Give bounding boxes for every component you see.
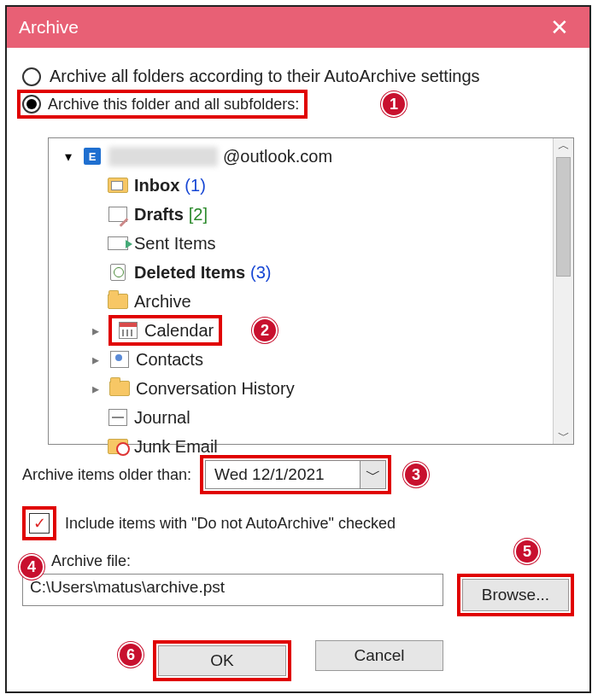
tree-account[interactable]: E xxxxxxxxxxxx@outlook.com [56,142,551,171]
window-title: Archive [19,17,79,38]
radio-archive-all[interactable] [22,67,41,86]
callout-3: 3 [403,462,429,487]
journal-icon [108,409,127,426]
ok-button[interactable]: OK [158,645,286,676]
tree-drafts[interactable]: Drafts [2] [56,200,551,229]
drafts-label: Drafts [134,205,184,225]
chevron-right-icon[interactable] [88,381,103,397]
inbox-icon [108,178,128,193]
contacts-label: Contacts [136,350,203,370]
tree-journal[interactable]: Journal [56,403,551,432]
journal-label: Journal [134,408,191,428]
tree-sent[interactable]: Sent Items [56,229,551,258]
archive-file-label: Archive file: [51,552,131,569]
tree-calendar[interactable]: Calendar 2 [56,316,551,345]
radio-archive-this-label: Archive this folder and all subfolders: [48,96,299,114]
tree-inbox[interactable]: Inbox (1) [56,171,551,200]
include-checkbox[interactable]: ✓ [29,513,50,534]
archive-dialog: Archive ✕ Archive all folders according … [5,5,591,693]
inbox-label: Inbox [134,176,179,195]
calendar-label: Calendar [144,321,214,341]
calendar-icon [119,322,138,339]
tree-contacts[interactable]: Contacts [56,345,551,374]
scroll-thumb[interactable] [556,157,571,277]
folder-icon [109,381,130,396]
inbox-count: (1) [185,176,205,195]
older-than-date[interactable]: Wed 12/1/2021 ﹀ [205,460,386,489]
conv-label: Conversation History [136,379,295,399]
callout-1: 1 [381,91,407,117]
cancel-button[interactable]: Cancel [315,640,443,671]
junk-label: Junk Email [134,437,218,457]
exchange-icon: E [84,148,101,165]
account-name-redacted: xxxxxxxxxxxx [108,147,218,166]
radio-archive-this[interactable] [22,95,41,114]
folder-icon [108,294,128,309]
tree-archive[interactable]: Archive [56,287,551,316]
contacts-icon [110,351,129,368]
close-icon[interactable]: ✕ [538,7,581,48]
radio-archive-all-label: Archive all folders according to their A… [50,67,480,86]
account-suffix: @outlook.com [223,147,332,166]
sent-icon [108,236,128,250]
drafts-count: [2] [189,205,208,225]
browse-button[interactable]: Browse... [462,579,569,611]
callout-5: 5 [514,539,540,564]
tree-deleted[interactable]: Deleted Items (3) [56,258,551,287]
scrollbar[interactable]: ︿ ﹀ [553,138,573,444]
trash-icon [110,264,126,281]
archive-file-input[interactable]: C:\Users\matus\archive.pst [22,574,443,606]
older-than-label: Archive items older than: [22,466,191,484]
deleted-label: Deleted Items [134,263,245,283]
chevron-down-icon[interactable] [61,149,76,165]
tree-conversation-history[interactable]: Conversation History [56,374,551,403]
older-than-value: Wed 12/1/2021 [206,465,360,484]
callout-6: 6 [118,642,144,668]
deleted-count: (3) [250,263,271,283]
junk-icon [108,439,128,454]
scroll-up-icon[interactable]: ︿ [558,138,570,154]
callout-4: 4 [19,554,44,580]
titlebar: Archive ✕ [7,7,589,48]
callout-2: 2 [252,318,278,343]
drafts-icon [108,207,127,222]
sent-label: Sent Items [134,234,216,254]
chevron-right-icon[interactable] [88,323,103,339]
include-label: Include items with "Do not AutoArchive" … [65,515,396,533]
chevron-down-icon[interactable]: ﹀ [360,461,385,488]
folder-tree[interactable]: E xxxxxxxxxxxx@outlook.com Inbox (1) Dra… [48,137,574,445]
chevron-right-icon[interactable] [88,352,103,368]
scroll-down-icon[interactable]: ﹀ [558,429,570,444]
archive-label: Archive [134,292,191,312]
